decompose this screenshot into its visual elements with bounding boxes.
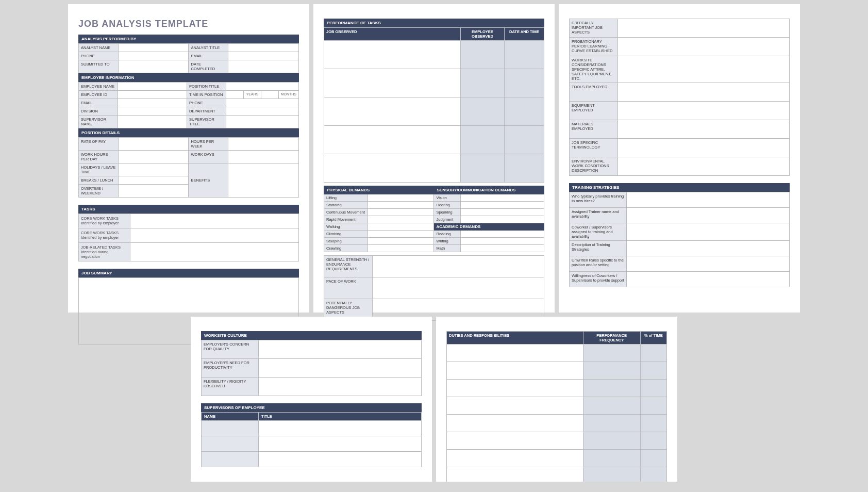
field-supervisor-name[interactable]	[118, 116, 187, 128]
field-work-hours-per-day[interactable]	[118, 151, 189, 163]
field-supervisor-title[interactable]	[226, 116, 299, 128]
field-date-completed[interactable]	[228, 60, 299, 73]
field-job-related-tasks[interactable]	[130, 243, 299, 261]
field-crawling[interactable]	[368, 245, 434, 252]
obs-cell[interactable]	[324, 41, 461, 69]
field-flexibility[interactable]	[259, 378, 422, 396]
obs-emp[interactable]	[460, 126, 504, 154]
freq-cell[interactable]	[583, 415, 640, 432]
field-probationary[interactable]	[617, 38, 789, 56]
obs-date[interactable]	[505, 69, 544, 97]
freq-cell[interactable]	[583, 345, 640, 362]
field-hours-per-week[interactable]	[228, 138, 299, 151]
field-general-strength[interactable]	[372, 256, 544, 277]
freq-cell[interactable]	[583, 467, 640, 482]
pct-cell[interactable]	[640, 362, 666, 380]
field-assigned-trainer[interactable]	[627, 208, 790, 223]
freq-cell[interactable]	[583, 450, 640, 467]
field-walking[interactable]	[368, 223, 434, 231]
field-core-tasks-1[interactable]	[130, 214, 299, 228]
pct-cell[interactable]	[640, 415, 666, 432]
field-employee-id[interactable]	[118, 91, 187, 99]
field-materials[interactable]	[617, 120, 789, 139]
field-phone2[interactable]	[226, 99, 299, 107]
field-division[interactable]	[118, 107, 187, 116]
pct-cell[interactable]	[640, 380, 666, 397]
field-analyst-title[interactable]	[228, 44, 299, 52]
field-critically[interactable]	[617, 19, 789, 38]
field-vision[interactable]	[460, 194, 544, 202]
field-department[interactable]	[226, 107, 299, 116]
obs-date[interactable]	[505, 126, 544, 154]
field-quality[interactable]	[259, 340, 422, 359]
obs-emp[interactable]	[460, 69, 504, 97]
obs-emp[interactable]	[460, 97, 504, 126]
field-continuous[interactable]	[368, 209, 434, 216]
field-core-tasks-2[interactable]	[130, 228, 299, 243]
field-stooping[interactable]	[368, 238, 434, 245]
pct-cell[interactable]	[640, 467, 666, 482]
field-email[interactable]	[228, 52, 299, 60]
duty-cell[interactable]	[447, 467, 583, 482]
duty-cell[interactable]	[447, 362, 583, 380]
freq-cell[interactable]	[583, 362, 640, 380]
field-reading[interactable]	[460, 231, 544, 238]
pct-cell[interactable]	[640, 397, 666, 415]
field-math[interactable]	[460, 245, 544, 252]
field-email2[interactable]	[118, 99, 187, 107]
sup-title-cell[interactable]	[259, 421, 422, 436]
field-coworker[interactable]	[627, 223, 790, 241]
field-productivity[interactable]	[259, 359, 422, 378]
obs-emp[interactable]	[460, 41, 504, 69]
field-rate-of-pay[interactable]	[118, 138, 189, 151]
obs-date[interactable]	[505, 154, 544, 183]
field-phone[interactable]	[118, 52, 189, 60]
duty-cell[interactable]	[447, 415, 583, 432]
field-environmental[interactable]	[617, 157, 789, 176]
duty-cell[interactable]	[447, 345, 583, 362]
obs-cell[interactable]	[324, 97, 461, 126]
field-overtime-weekend[interactable]	[118, 185, 189, 198]
freq-cell[interactable]	[583, 380, 640, 397]
field-unwritten[interactable]	[627, 256, 790, 272]
field-hearing[interactable]	[460, 202, 544, 209]
field-climbing[interactable]	[368, 231, 434, 238]
field-pace-of-work[interactable]	[372, 277, 544, 299]
field-work-days[interactable]	[228, 151, 299, 163]
duty-cell[interactable]	[447, 380, 583, 397]
field-worksite[interactable]	[617, 56, 789, 83]
field-submitted-to[interactable]	[118, 60, 189, 73]
pct-cell[interactable]	[640, 450, 666, 467]
field-writing[interactable]	[460, 238, 544, 245]
obs-cell[interactable]	[324, 69, 461, 97]
obs-date[interactable]	[505, 41, 544, 69]
field-equipment[interactable]	[617, 102, 789, 120]
field-description[interactable]	[627, 241, 790, 256]
freq-cell[interactable]	[583, 432, 640, 450]
field-analyst-name[interactable]	[118, 44, 189, 52]
sup-title-cell[interactable]	[259, 436, 422, 452]
obs-date[interactable]	[505, 97, 544, 126]
obs-cell[interactable]	[324, 154, 461, 183]
field-speaking[interactable]	[460, 209, 544, 216]
duty-cell[interactable]	[447, 397, 583, 415]
freq-cell[interactable]	[583, 397, 640, 415]
field-willingness[interactable]	[627, 272, 790, 287]
duty-cell[interactable]	[447, 450, 583, 467]
field-terminology[interactable]	[617, 139, 789, 157]
sup-name-cell[interactable]	[202, 421, 259, 436]
field-holidays-leave[interactable]	[118, 163, 189, 176]
field-lifting[interactable]	[368, 194, 434, 202]
obs-emp[interactable]	[460, 154, 504, 183]
field-months[interactable]	[261, 91, 279, 99]
pct-cell[interactable]	[640, 432, 666, 450]
field-who-provides[interactable]	[627, 192, 790, 208]
duty-cell[interactable]	[447, 432, 583, 450]
sup-name-cell[interactable]	[202, 452, 259, 467]
field-years[interactable]	[226, 91, 244, 99]
field-judgment[interactable]	[460, 216, 544, 223]
sup-title-cell[interactable]	[259, 452, 422, 467]
field-rapid[interactable]	[368, 216, 434, 223]
obs-cell[interactable]	[324, 126, 461, 154]
field-position-title[interactable]	[226, 83, 299, 91]
